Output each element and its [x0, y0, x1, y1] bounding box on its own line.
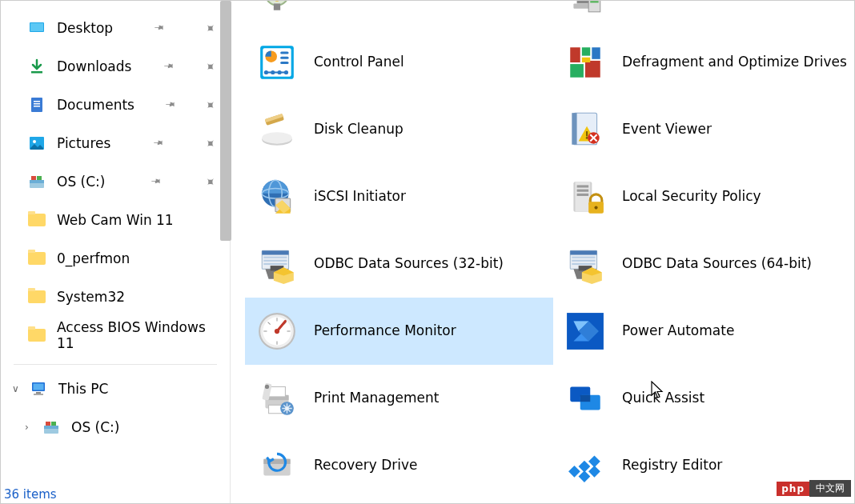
badge-right: 中文网: [809, 480, 851, 497]
quick-access-label: Desktop: [57, 20, 113, 36]
nav-tree: ∨ This PC› OS (C:): [1, 370, 230, 446]
tree-item[interactable]: › OS (C:): [1, 408, 230, 446]
printmgmt-icon: [257, 378, 297, 418]
item-label: Control Panel: [314, 54, 404, 70]
item-icon: [251, 306, 303, 357]
quick-access-label: Downloads: [57, 58, 131, 74]
grid-item[interactable]: Computer Management: [553, 1, 854, 29]
quick-access-item[interactable]: Pictures ✦: [1, 124, 230, 162]
item-label: Recovery Drive: [314, 457, 418, 474]
item-icon: [560, 1, 611, 21]
grid-item[interactable]: Defragment and Optimize Drives: [553, 29, 854, 96]
quick-access-label: Pictures: [57, 135, 110, 151]
item-label: Event Viewer: [622, 121, 712, 138]
pin-icon: [150, 18, 168, 37]
perfmon-icon: [257, 311, 297, 351]
defrag-icon: [565, 42, 605, 82]
downloads-icon: [28, 58, 46, 75]
quick-access-item[interactable]: Desktop ✦: [1, 9, 230, 47]
item-icon: [251, 171, 303, 222]
grid-item[interactable]: Performance Monitor: [245, 298, 553, 365]
secpol-icon: [565, 177, 605, 217]
grid-item[interactable]: Control Panel: [245, 29, 553, 96]
item-label: Local Security Policy: [622, 188, 761, 205]
chevron-icon[interactable]: ›: [25, 422, 38, 433]
item-label: Print Management: [314, 390, 440, 406]
pin-icon: ✦: [201, 19, 219, 38]
grid-item[interactable]: Event Viewer: [553, 96, 854, 163]
status-bar-count: 36 items: [4, 487, 57, 502]
grid-item[interactable]: iSCSI Initiator: [245, 163, 553, 230]
quick-access-item[interactable]: System32: [1, 278, 230, 316]
item-icon: [251, 37, 303, 88]
folder-icon: [28, 214, 46, 226]
pin-icon: ✦: [201, 134, 219, 153]
badge-left: php: [777, 482, 809, 496]
item-icon: [560, 440, 611, 491]
item-icon: [251, 238, 303, 290]
quick-access-item[interactable]: 0_perfmon: [1, 239, 230, 278]
grid-item[interactable]: Local Security Policy: [553, 163, 854, 230]
quick-access-label: OS (C:): [57, 174, 105, 190]
item-icon: [560, 373, 611, 424]
diskcleanup-icon: [257, 110, 297, 150]
grid-item[interactable]: ODBC Data Sources (64-bit): [553, 230, 854, 298]
item-label: Performance Monitor: [314, 322, 456, 339]
item-icon: [560, 238, 611, 290]
grid-item[interactable]: Power Automate: [553, 298, 854, 365]
item-icon: [560, 306, 611, 357]
odbc-icon: [257, 244, 297, 284]
drive-icon: [42, 418, 60, 436]
pictures-icon: [28, 134, 46, 152]
tree-item[interactable]: ∨ This PC: [1, 370, 230, 408]
quick-access-item[interactable]: OS (C:) ✦: [1, 162, 230, 201]
pin-icon: [148, 134, 167, 152]
item-label: ODBC Data Sources (32-bit): [314, 255, 504, 272]
quick-access-label: 0_perfmon: [57, 250, 130, 266]
pin-icon: ✦: [201, 96, 219, 114]
component-icon: [257, 1, 297, 15]
pin-icon: ✦: [201, 58, 219, 76]
regedit-icon: [565, 446, 605, 486]
item-label: Power Automate: [622, 322, 734, 339]
chevron-icon[interactable]: ∨: [12, 383, 25, 394]
quick-access-item[interactable]: Access BIOS Windows 11: [1, 316, 230, 354]
quick-access-item[interactable]: Documents ✦: [1, 86, 230, 124]
item-icon: [251, 104, 303, 155]
item-icon: [560, 104, 611, 155]
file-explorer-window: Desktop ✦ Downloads ✦ Documents ✦ Pictur…: [0, 0, 855, 504]
compmgmt-icon: [565, 1, 605, 15]
grid-item[interactable]: Disk Cleanup: [245, 96, 553, 163]
quick-access-item[interactable]: Downloads ✦: [1, 47, 230, 86]
grid-item[interactable]: Print Management: [245, 365, 553, 432]
item-icon: [251, 440, 303, 491]
items-grid: Component Services Computer Management C…: [245, 1, 854, 499]
documents-icon: [28, 96, 46, 114]
navigation-pane: Desktop ✦ Downloads ✦ Documents ✦ Pictur…: [1, 1, 231, 503]
quick-access-list: Desktop ✦ Downloads ✦ Documents ✦ Pictur…: [1, 1, 230, 354]
quick-access-label: Web Cam Win 11: [57, 212, 174, 228]
recovery-icon: [257, 446, 297, 486]
item-label: ODBC Data Sources (64-bit): [622, 255, 812, 272]
iscsi-icon: [257, 177, 297, 217]
pin-icon: [160, 95, 179, 114]
grid-item[interactable]: Recovery Drive: [245, 432, 553, 499]
quick-access-label: System32: [57, 289, 125, 305]
thispc-icon: [30, 380, 47, 398]
pin-icon: [146, 172, 164, 190]
grid-item[interactable]: Quick Assist: [553, 365, 854, 432]
pin-icon: [159, 57, 177, 75]
folder-icon: [28, 329, 46, 342]
pin-icon: ✦: [201, 173, 219, 191]
grid-item[interactable]: Component Services: [245, 1, 553, 29]
watermark-badge: php 中文网: [777, 480, 851, 497]
folder-icon: [28, 252, 46, 265]
item-icon: [560, 37, 611, 88]
nav-divider: [14, 364, 217, 365]
quick-access-label: Documents: [57, 97, 134, 113]
item-label: Quick Assist: [622, 390, 704, 406]
grid-item[interactable]: ODBC Data Sources (32-bit): [245, 230, 553, 298]
powerautomate-icon: [565, 311, 605, 351]
quick-access-item[interactable]: Web Cam Win 11: [1, 201, 230, 239]
item-icon: [251, 373, 303, 424]
